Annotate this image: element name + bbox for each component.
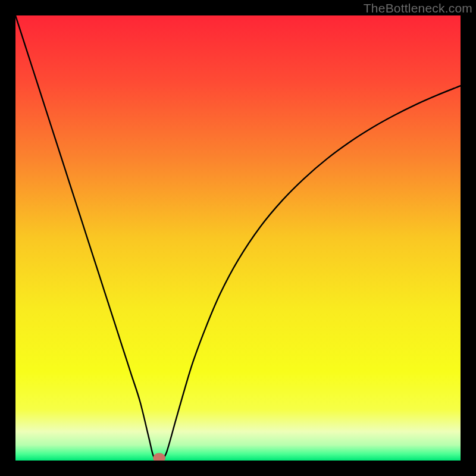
bottleneck-chart bbox=[15, 15, 461, 461]
watermark-text: TheBottleneck.com bbox=[364, 1, 472, 15]
gradient-background bbox=[15, 15, 461, 461]
chart-frame bbox=[15, 15, 461, 461]
